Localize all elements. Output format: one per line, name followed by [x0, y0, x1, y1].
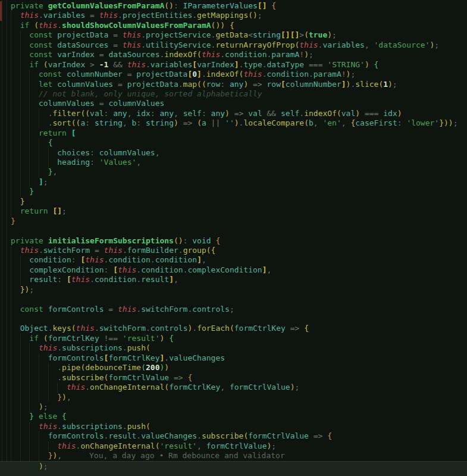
code-line[interactable]: result: [this.condition.result], — [0, 275, 467, 284]
code-line[interactable]: const varIndex = dataSources.indexOf(thi… — [0, 50, 467, 60]
code-line[interactable]: .subscribe(formCtrlValue => { — [0, 373, 467, 383]
code-text: }); — [11, 285, 34, 294]
code-line[interactable]: // not blank, only unique, sorted alphab… — [0, 89, 467, 99]
token-b2: ) — [365, 60, 369, 69]
code-line[interactable]: if (formCtrlKey !== 'result') { — [0, 334, 467, 343]
token-op: , — [155, 148, 160, 157]
code-line[interactable]: const projectData = this.projectService.… — [0, 30, 467, 40]
token-op: . — [192, 324, 197, 333]
code-line[interactable]: this.onChangeInternal(formCtrlKey, formC… — [0, 383, 467, 392]
token-b2: (( — [80, 109, 90, 118]
code-line[interactable]: const formControls = this.switchForm.con… — [0, 305, 467, 314]
code-text: this.variables = this.projectEntities.ge… — [11, 11, 262, 20]
code-line[interactable]: this.subscriptions.push( — [0, 343, 467, 353]
token-this: this — [123, 30, 141, 39]
code-line[interactable]: }),You, a day ago • Rm debounce and vali… — [0, 451, 467, 461]
token-id: formCtrlValue — [230, 383, 290, 392]
token-op: . — [39, 11, 43, 20]
code-line[interactable]: formControls[formCtrlKey].valueChanges — [0, 353, 467, 363]
code-line[interactable]: this.onChangeInternal('result', formCtrl… — [0, 441, 467, 451]
token-op: , — [267, 265, 272, 274]
token-op: ; — [332, 30, 337, 39]
token-b2: ( — [43, 60, 48, 69]
code-line[interactable]: const dataSources = this.utilityService.… — [0, 40, 467, 50]
token-b2: ( — [43, 334, 48, 343]
token-id: formCtrlValue — [108, 373, 169, 382]
code-line[interactable]: ]; — [0, 177, 467, 187]
code-line[interactable]: }), — [0, 393, 467, 402]
code-line[interactable]: choices: columnValues, — [0, 148, 467, 158]
token-id: paramA — [271, 50, 299, 59]
code-line[interactable] — [0, 226, 467, 236]
token-bang: ! — [341, 70, 346, 79]
token-id: variables — [322, 40, 364, 49]
token-type: string — [95, 118, 123, 127]
code-line[interactable]: } — [0, 187, 467, 196]
code-line[interactable]: } else { — [0, 412, 467, 421]
code-line[interactable]: if (varIndex > -1 && this.variables[varI… — [0, 60, 467, 70]
token-op: || — [206, 118, 225, 127]
token-kw: if — [20, 21, 34, 30]
code-line[interactable]: return [ — [0, 129, 467, 138]
code-line[interactable]: Object.keys(this.switchForm.controls).fo… — [0, 324, 467, 333]
code-line[interactable] — [0, 314, 467, 324]
code-line[interactable]: private getColumnValuesFromParamA(): IPa… — [0, 1, 467, 11]
code-line[interactable]: complexCondition: [this.condition.comple… — [0, 265, 467, 275]
token-bk2: ] — [39, 177, 43, 186]
code-line[interactable]: const columnNumber = projectData[0].inde… — [0, 70, 467, 79]
code-line[interactable]: return []; — [0, 206, 467, 216]
token-op: . — [192, 11, 197, 20]
token-op: > — [85, 60, 99, 69]
code-text: private initialiseFormSubscriptions(): v… — [11, 236, 220, 245]
code-line[interactable]: } — [0, 197, 467, 206]
code-text: // not blank, only unique, sorted alphab… — [11, 89, 262, 98]
token-b3: { — [62, 412, 67, 421]
code-line[interactable]: this.variables = this.projectEntities.ge… — [0, 11, 467, 20]
token-b2: ( — [304, 30, 309, 39]
code-text: choices: columnValues, — [11, 148, 159, 157]
token-id: val — [341, 109, 355, 118]
token-call: keys — [52, 324, 71, 333]
code-line[interactable]: this.subscriptions.push( — [0, 422, 467, 431]
code-area[interactable]: private getColumnValuesFromParamA(): IPa… — [0, 0, 467, 476]
code-line[interactable]: columnValues = columnValues — [0, 99, 467, 108]
token-op: , — [57, 451, 62, 460]
token-id: valueChanges — [169, 353, 225, 362]
code-line[interactable]: } — [0, 217, 467, 226]
code-line[interactable]: }, — [0, 167, 467, 177]
code-line[interactable]: private initialiseFormSubscriptions(): v… — [0, 236, 467, 246]
code-text: const dataSources = this.utilityService.… — [11, 40, 439, 49]
code-line[interactable]: ); — [0, 402, 467, 412]
code-text: }, — [11, 167, 57, 176]
token-bk: ] — [262, 265, 267, 274]
token-op: , — [197, 441, 206, 450]
code-line[interactable]: .sort((a: string, b: string) => (a || ''… — [0, 118, 467, 128]
token-type: any — [230, 80, 243, 89]
token-op: : — [151, 109, 160, 118]
token-num: 200 — [146, 363, 159, 372]
token-b1: { — [187, 373, 192, 382]
token-op: > — [299, 30, 304, 39]
token-b2: ) — [355, 109, 360, 118]
code-line[interactable]: formControls.result.valueChanges.subscri… — [0, 431, 467, 441]
code-line[interactable]: .filter((val: any, idx: any, self: any) … — [0, 109, 467, 118]
code-line[interactable]: .pipe(debounceTime(200)) — [0, 363, 467, 372]
code-line[interactable]: }); — [0, 285, 467, 295]
token-this: this — [39, 343, 57, 352]
code-line[interactable]: if (this.shouldShowColumnValuesFromParam… — [0, 21, 467, 30]
code-line[interactable]: condition: [this.condition.condition], — [0, 255, 467, 265]
token-op: , — [174, 109, 183, 118]
token-num: 1 — [383, 80, 388, 89]
token-b3: } — [29, 187, 34, 196]
token-b2: ) — [397, 109, 402, 118]
code-editor[interactable]: private getColumnValuesFromParamA(): IPa… — [0, 0, 467, 476]
code-line[interactable]: { — [0, 138, 467, 148]
code-line[interactable]: ); — [0, 461, 467, 476]
code-line[interactable] — [0, 295, 467, 304]
token-op: , — [127, 109, 137, 118]
token-id: formCtrlKey — [234, 324, 286, 333]
token-plain — [225, 21, 230, 30]
code-line[interactable]: this.switchForm = this.formBuilder.group… — [0, 246, 467, 255]
code-line[interactable]: heading: 'Values', — [0, 158, 467, 167]
code-line[interactable]: let columnValues = projectData.map((row:… — [0, 80, 467, 89]
